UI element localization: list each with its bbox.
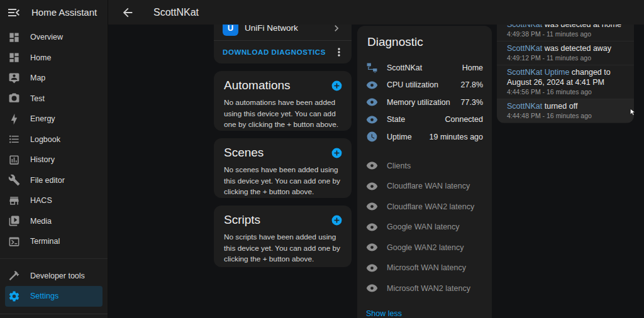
sidebar-item-overview[interactable]: Overview [5, 27, 103, 48]
download-diagnostics-button[interactable]: DOWNLOAD DIAGNOSTICS [223, 48, 326, 56]
camera-icon [8, 92, 20, 104]
diagnostic-card: Diagnostic ScottNKat Home CPU utilizatio… [357, 26, 492, 318]
logbook-timestamp: 4:49:12 PM - 11 minutes ago [507, 54, 624, 62]
eye-icon [366, 262, 378, 274]
eye-icon [366, 96, 378, 108]
automations-title: Automations [224, 79, 291, 92]
logbook-entry: ScottNKat turned off 4:44:48 PM - 16 min… [497, 99, 634, 123]
show-less-link[interactable]: Show less [357, 299, 411, 318]
scripts-title: Scripts [224, 213, 260, 227]
diagnostic-title: Diagnostic [357, 26, 492, 55]
entity-row-scottnkat[interactable]: ScottNKat Home [357, 59, 492, 77]
sidebar-item-settings[interactable]: Settings [5, 286, 103, 307]
logbook-entry: ScottNKat Uptime changed to August 26, 2… [497, 65, 634, 99]
eye-icon [366, 221, 378, 233]
play-box-multiple-icon [8, 215, 20, 227]
menu-toggle-icon[interactable] [6, 5, 21, 20]
dots-vertical-icon[interactable] [333, 46, 345, 58]
sidebar-footer-divider [0, 314, 108, 318]
sidebar-item-terminal[interactable]: Terminal [5, 231, 103, 252]
sidebar: Home Assistant Overview Home Map Test En… [0, 0, 108, 318]
lightning-bolt-icon [8, 113, 20, 125]
clock-icon [366, 131, 378, 143]
entity-row-state[interactable]: State Connected [357, 111, 492, 129]
scripts-empty-text: No scripts have been added using this de… [214, 227, 352, 265]
sidebar-item-test[interactable]: Test [5, 89, 103, 109]
sidebar-nav: Overview Home Map Test Energy Logbook Hi… [0, 25, 108, 307]
view-dashboard-icon [8, 52, 20, 63]
sidebar-item-developer-tools[interactable]: Developer tools [5, 266, 103, 287]
chart-box-icon [8, 154, 20, 166]
sidebar-item-home[interactable]: Home [5, 48, 103, 69]
add-script-button[interactable] [331, 214, 343, 226]
scenes-empty-text: No scenes have been added using this dev… [214, 160, 352, 198]
logbook-entity-link[interactable]: ScottNKat [507, 44, 542, 53]
app-title: Home Assistant [31, 7, 97, 18]
entity-row-uptime[interactable]: Uptime 19 minutes ago [357, 128, 492, 146]
entity-row-cpu[interactable]: CPU utilization 27.8% [357, 77, 492, 94]
tooltip-account-icon [8, 72, 20, 84]
page-title: ScottNKat [153, 7, 199, 18]
sidebar-header: Home Assistant [0, 0, 108, 25]
sidebar-item-media[interactable]: Media [5, 211, 103, 232]
eye-icon [366, 200, 378, 212]
sidebar-item-map[interactable]: Map [5, 68, 103, 89]
gear-icon [8, 290, 20, 302]
logbook-timestamp: 4:44:56 PM - 16 minutes ago [507, 88, 624, 96]
logbook-entity-link[interactable]: ScottNKat Uptime [507, 68, 569, 77]
scripts-card: Scripts No scripts have been added using… [214, 206, 352, 267]
format-list-bulleted-icon [8, 133, 20, 145]
entity-row-clients[interactable]: Clients [357, 156, 492, 177]
download-diagnostics-row: DOWNLOAD DIAGNOSTICS [214, 41, 352, 63]
entity-row-google-wan[interactable]: Google WAN latency [357, 217, 492, 238]
sidebar-item-energy[interactable]: Energy [5, 109, 103, 129]
eye-icon [366, 241, 378, 253]
sidebar-item-history[interactable]: History [5, 150, 103, 170]
console-icon [8, 236, 20, 248]
scenes-card: Scenes No scenes have been added using t… [214, 138, 352, 198]
view-dashboard-icon [8, 31, 20, 43]
entity-row-cloudflare-wan2[interactable]: Cloudflare WAN2 latency [357, 197, 492, 217]
wrench-icon [8, 174, 20, 186]
automations-card: Automations No automations have been add… [214, 71, 352, 131]
entity-row-microsoft-wan[interactable]: Microsoft WAN latency [357, 258, 492, 278]
app-header: ScottNKat [108, 0, 644, 25]
entity-row-microsoft-wan2[interactable]: Microsoft WAN2 latency [357, 278, 492, 299]
entity-row-google-wan2[interactable]: Google WAN2 latency [357, 238, 492, 258]
scenes-title: Scenes [224, 146, 264, 160]
sidebar-item-logbook[interactable]: Logbook [5, 129, 103, 150]
storefront-icon [8, 195, 20, 207]
eye-icon [366, 79, 378, 91]
eye-icon [366, 160, 378, 172]
add-automation-button[interactable] [331, 80, 343, 92]
mouse-cursor [629, 108, 638, 119]
logbook-card: ScottNKat was detected at home 4:49:38 P… [497, 13, 634, 123]
add-scene-button[interactable] [331, 147, 343, 159]
hammer-icon [8, 270, 20, 282]
eye-icon [366, 282, 378, 294]
lan-connect-icon [366, 62, 378, 74]
entity-row-memory[interactable]: Memory utilization 77.3% [357, 94, 492, 111]
integration-name: UniFi Network [245, 23, 324, 33]
logbook-timestamp: 4:44:48 PM - 16 minutes ago [507, 112, 624, 120]
sidebar-divider [0, 258, 108, 259]
sidebar-item-hacs[interactable]: HACS [5, 190, 103, 211]
logbook-entity-link[interactable]: ScottNKat [507, 102, 542, 111]
entity-row-cloudflare-wan[interactable]: Cloudflare WAN latency [357, 176, 492, 197]
sidebar-item-file-editor[interactable]: File editor [5, 170, 103, 191]
logbook-entry: ScottNKat was detected away 4:49:12 PM -… [497, 41, 634, 65]
eye-icon [366, 114, 378, 126]
automations-empty-text: No automations have been added using thi… [214, 92, 352, 131]
back-arrow-icon[interactable] [121, 6, 135, 19]
logbook-timestamp: 4:49:38 PM - 11 minutes ago [507, 30, 624, 38]
eye-icon [366, 180, 378, 192]
